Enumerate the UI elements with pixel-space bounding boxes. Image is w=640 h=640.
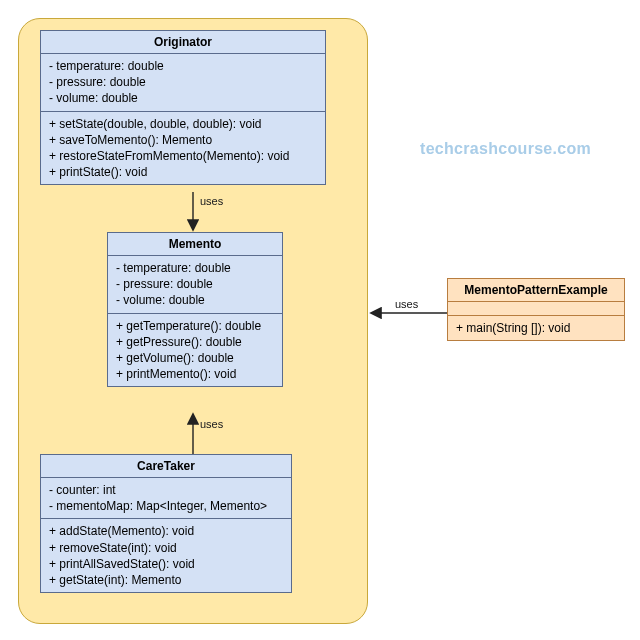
class-example: MementoPatternExample + main(String []):… [447,278,625,341]
uses-label: uses [200,418,223,430]
method: + getVolume(): double [116,350,274,366]
field: - pressure: double [116,276,274,292]
class-originator: Originator - temperature: double - press… [40,30,326,185]
method: + removeState(int): void [49,540,283,556]
method: + getTemperature(): double [116,318,274,334]
field: - mementoMap: Map<Integer, Memento> [49,498,283,514]
methods-section: + getTemperature(): double + getPressure… [108,314,282,387]
method: + getPressure(): double [116,334,274,350]
field: - temperature: double [116,260,274,276]
method: + setState(double, double, double): void [49,116,317,132]
methods-section: + setState(double, double, double): void… [41,112,325,185]
fields-section [448,302,624,316]
field: - counter: int [49,482,283,498]
methods-section: + main(String []): void [448,316,624,340]
class-memento: Memento - temperature: double - pressure… [107,232,283,387]
field: - volume: double [116,292,274,308]
class-title: Originator [41,31,325,54]
class-caretaker: CareTaker - counter: int - mementoMap: M… [40,454,292,593]
method: + printState(): void [49,164,317,180]
fields-section: - temperature: double - pressure: double… [108,256,282,314]
field: - volume: double [49,90,317,106]
class-title: MementoPatternExample [448,279,624,302]
fields-section: - counter: int - mementoMap: Map<Integer… [41,478,291,519]
watermark: techcrashcourse.com [420,140,591,158]
method: + restoreStateFromMemento(Memento): void [49,148,317,164]
field: - pressure: double [49,74,317,90]
uses-label: uses [395,298,418,310]
method: + addState(Memento): void [49,523,283,539]
method: + saveToMemento(): Memento [49,132,317,148]
field: - temperature: double [49,58,317,74]
method: + main(String []): void [456,320,616,336]
class-title: Memento [108,233,282,256]
method: + printAllSavedState(): void [49,556,283,572]
method: + getState(int): Memento [49,572,283,588]
methods-section: + addState(Memento): void + removeState(… [41,519,291,592]
fields-section: - temperature: double - pressure: double… [41,54,325,112]
method: + printMemento(): void [116,366,274,382]
class-title: CareTaker [41,455,291,478]
uses-label: uses [200,195,223,207]
